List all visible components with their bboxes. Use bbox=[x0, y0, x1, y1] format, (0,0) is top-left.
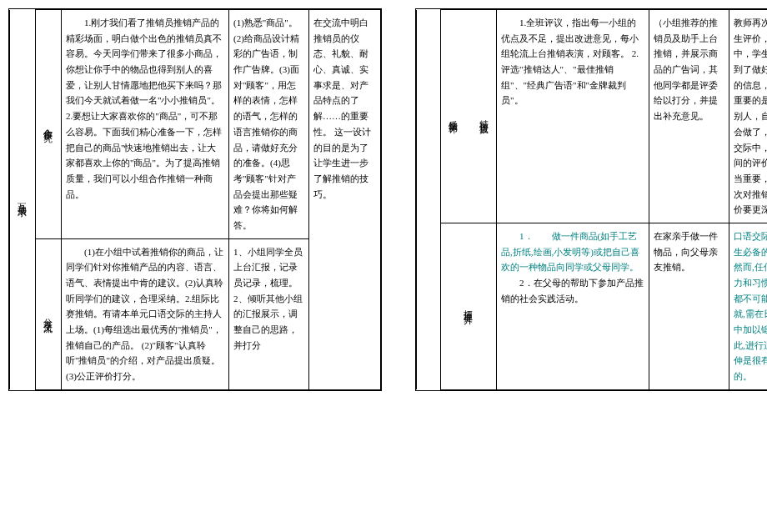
p2-row1-label-cell: 精讲点拨 反馈测评 bbox=[441, 10, 497, 223]
p2-row2-label: 拓展提升 bbox=[464, 303, 474, 309]
table-2: 精讲点拨 反馈测评 1.全班评议，指出每一小组的优点及不足，提出改进意见，每小组… bbox=[416, 9, 767, 390]
row1-label: 合作探究 bbox=[43, 121, 53, 128]
row1-teacher-text: 1.刚才我们看了推销员推销产品的精彩场面，明白做个出色的推销员真不容易。今天同学… bbox=[66, 15, 224, 202]
row2-student-text: 1、小组同学全员上台汇报，记录员记录，梳理。 2、倾听其他小组的汇报展示，调整自… bbox=[233, 247, 303, 350]
p2-row2-design-text: 口语交际是小学生必备的基本功,然而,任何一种能力和习惯的形成都不可能一蹴而就,需… bbox=[734, 231, 767, 381]
row1-teacher-cell: 1.刚才我们看了推销员推销产品的精彩场面，明白做个出色的推销员真不容易。今天同学… bbox=[62, 10, 229, 239]
p2-row1-label2: 反馈测评 bbox=[449, 113, 459, 119]
p2-row1-student-cell: （小组推荐的推销员及助手上台推销，并展示商品的广告词，其他同学都是评委给以打分，… bbox=[649, 10, 729, 223]
p2-row1-teacher-text: 1.全班评议，指出每一小组的优点及不足，提出改进意见，每小组轮流上台推销表演，对… bbox=[501, 15, 644, 108]
p2-row1-label1: 精讲点拨 bbox=[479, 113, 489, 119]
p2-row2-teacher-text1: 1． 做一件商品(如手工艺品,折纸,绘画,小发明等)或把自己喜欢的一种物品向同学… bbox=[501, 228, 644, 275]
row1-student-cell: (1)熟悉"商品"。(2)给商品设计精彩的广告语，制作广告牌。(3)面对"顾客"… bbox=[229, 10, 309, 239]
row2-teacher-text: (1)在小组中试着推销你的商品，让同学们针对你推销产品的内容、语言、语气、表情提… bbox=[66, 244, 224, 384]
p2-row1-design-cell: 教师再次引导学生评价，在评价中，学生不但得到了做好推销员的信息，而且更重要的是会… bbox=[729, 10, 767, 223]
row2-label-cell: 分享交流 bbox=[36, 238, 62, 389]
main-label: 互动展示 bbox=[18, 196, 28, 203]
row2-student-cell: 1、小组同学全员上台汇报，记录员记录，梳理。 2、倾听其他小组的汇报展示，调整自… bbox=[229, 238, 309, 389]
p2-row2-student-cell: 在家亲手做一件物品，向父母亲友推销。 bbox=[649, 223, 729, 389]
p2-row1-student-text: （小组推荐的推销员及助手上台推销，并展示商品的广告词，其他同学都是评委给以打分，… bbox=[654, 18, 718, 121]
row1-label-cell: 合作探究 bbox=[36, 10, 62, 239]
row1-student-text: (1)熟悉"商品"。(2)给商品设计精彩的广告语，制作广告牌。(3)面对"顾客"… bbox=[233, 18, 299, 230]
p2-left-gutter bbox=[417, 10, 441, 390]
table-1: 互动展示 合作探究 1.刚才我们看了推销员推销产品的精彩场面，明白做个出色的推销… bbox=[9, 9, 381, 390]
row1-design-text: 在交流中明白推销员的仪态、礼貌、耐心、真诚、实事求是、对产品特点的了解……的重要… bbox=[313, 18, 371, 199]
row2-label: 分享交流 bbox=[43, 311, 53, 318]
page-2: 精讲点拨 反馈测评 1.全班评议，指出每一小组的优点及不足，提出改进意见，每小组… bbox=[415, 8, 767, 391]
p2-row1-teacher-cell: 1.全班评议，指出每一小组的优点及不足，提出改进意见，每小组轮流上台推销表演，对… bbox=[497, 10, 649, 223]
main-label-cell: 互动展示 bbox=[10, 10, 36, 390]
p2-row2-label-cell: 拓展提升 bbox=[441, 223, 497, 389]
p2-row1-design-text: 教师再次引导学生评价，在评价中，学生不但得到了做好推销员的信息，而且更重要的是会… bbox=[734, 18, 767, 214]
p2-row2-design-cell: 口语交际是小学生必备的基本功,然而,任何一种能力和习惯的形成都不可能一蹴而就,需… bbox=[729, 223, 767, 389]
p2-row2-student-text: 在家亲手做一件物品，向父母亲友推销。 bbox=[654, 231, 718, 272]
p2-row2-teacher-text2: 2．在父母的帮助下参加产品推销的社会实践活动。 bbox=[501, 275, 644, 306]
page-1: 互动展示 合作探究 1.刚才我们看了推销员推销产品的精彩场面，明白做个出色的推销… bbox=[8, 8, 382, 391]
p2-row2-teacher-cell: 1． 做一件商品(如手工艺品,折纸,绘画,小发明等)或把自己喜欢的一种物品向同学… bbox=[497, 223, 649, 389]
row1-design-cell: 在交流中明白推销员的仪态、礼貌、耐心、真诚、实事求是、对产品特点的了解……的重要… bbox=[309, 10, 381, 390]
row2-teacher-cell: (1)在小组中试着推销你的商品，让同学们针对你推销产品的内容、语言、语气、表情提… bbox=[62, 238, 229, 389]
